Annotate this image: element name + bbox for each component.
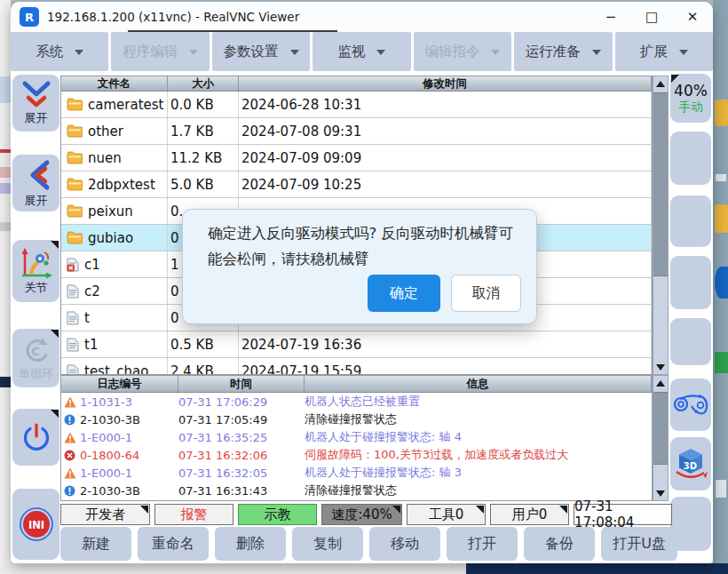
move-button[interactable]: 移动 [369,527,440,561]
log-table-scrollbar[interactable] [653,375,669,501]
menu-item-program-edit[interactable]: 程序编辑 [111,32,209,71]
folder-icon [67,231,83,244]
sidebar-panel[interactable] [670,132,711,185]
scroll-up-button[interactable] [653,76,668,90]
cancel-button[interactable]: 取消 [451,275,521,312]
rename-button[interactable]: 重命名 [138,527,209,561]
desktop-icon-fragment [716,174,726,181]
folder-icon [67,151,83,164]
arrow-up-icon [656,376,665,387]
toolbar-button-ini[interactable]: INI [12,489,59,560]
log-row[interactable]: 0-1800-6407-31 16:32:06伺服故障码：100,关节3过载，加… [61,446,652,464]
menu-item-label: 扩展 [640,43,668,61]
desktop-sliver-right [713,0,728,574]
gamepad-panel[interactable] [670,379,711,431]
speed-mode-panel[interactable]: 40%手动 [670,74,711,123]
status-operator-mode[interactable]: 开发者 [60,504,150,525]
file-row[interactable]: other1.7 KB2024-07-08 09:31 [61,118,652,145]
toolbar-button-power[interactable] [12,409,59,466]
log-row[interactable]: 1-E000-107-31 16:31机器人处于碰撞报警状态: 轴 4 [61,499,652,501]
file-row[interactable]: cameratest0.0 KB2024-06-28 10:31 [61,92,652,118]
desktop-icon-fragment [716,480,726,498]
file-name: nuen [88,150,122,166]
arrow-down-icon [656,364,665,375]
delete-button[interactable]: 删除 [215,527,286,561]
chevron-down-icon [491,50,500,60]
scroll-down-button[interactable] [653,361,668,374]
status-alarm[interactable]: 报警 [154,504,233,525]
file-name-cell: t1 [61,331,168,357]
sidebar-panel[interactable] [670,318,711,365]
open-usb-button[interactable]: 打开U盘 [601,527,677,561]
confirm-dialog: 确定进入反向驱动模式吗? 反向驱动时机械臂可能会松闸，请扶稳机械臂 确定 取消 [182,209,537,324]
menu-item-edit-command[interactable]: 编辑指令 [414,32,511,71]
warning-icon [64,396,76,408]
menu-item-monitor[interactable]: 监视 [313,32,410,71]
scrollbar-thumb[interactable] [653,92,668,276]
log-code: 1-1031-3 [80,395,178,409]
sidebar-panel[interactable] [670,195,711,247]
log-code: 0-1800-64 [80,449,178,462]
menu-item-run-prepare[interactable]: 运行准备 [514,32,612,71]
status-label: 示教 [265,506,291,523]
status-tool[interactable]: 工具0 [407,504,486,525]
speed-value: 40% [674,82,708,100]
file-time-cell: 2024-06-28 10:31 [239,92,652,117]
desktop-icon-fragment [715,267,728,299]
toolbar-button-joint[interactable]: 关节 [12,240,59,302]
log-row[interactable]: 1-E000-107-31 16:35:25机器人处于碰撞报警状态: 轴 4 [61,428,652,446]
scroll-up-button[interactable] [653,376,668,389]
file-row[interactable]: nuen11.2 KB2024-07-09 09:09 [61,145,652,171]
file-column-header: 大小 [168,76,239,91]
menu-item-extend[interactable]: 扩展 [615,32,713,71]
close-button[interactable]: ✕ [672,3,713,32]
cube-3d-panel[interactable]: 3D [670,437,711,490]
file-name-cell: cameratest [61,92,168,117]
svg-text:C: C [31,344,40,357]
window-title: 192.168.1.200 (x11vnc) - RealVNC Viewer [47,10,299,24]
file-name: test_chao [84,363,148,376]
log-message: 机器人处于碰撞报警状态: 轴 3 [305,465,652,481]
status-clock[interactable]: 07-31 17:08:04 [574,504,672,525]
sidebar-panel[interactable] [670,256,711,309]
log-code: 1-E000-1 [80,466,178,480]
menu-item-label: 监视 [337,43,365,61]
maximize-button[interactable]: □ [631,3,672,32]
copy-button[interactable]: 复制 [292,527,363,561]
new-button[interactable]: 新建 [60,527,131,561]
file-name-cell: gubiao [61,225,168,251]
file-table-scrollbar[interactable] [653,76,669,375]
toolbar-button-expand-down[interactable]: 展开 [12,75,59,132]
doc-icon [67,284,79,299]
file-row[interactable]: test_chao2.4 KB2024-07-19 15:59 [61,358,652,375]
dialog-message: 确定进入反向驱动模式吗? 反向驱动时机械臂可能会松闸，请扶稳机械臂 [183,210,536,272]
status-label: 07-31 17:08:04 [574,498,671,530]
log-row[interactable]: 1-1031-307-31 17:06:29机器人状态已经被重置 [61,393,652,411]
file-row[interactable]: t10.5 KB2024-07-19 16:36 [61,331,652,358]
status-label: 用户0 [512,506,548,523]
double-chevron-down-icon [20,80,53,109]
backup-button[interactable]: 备份 [524,527,595,561]
double-chevron-left-icon [21,158,51,192]
log-row[interactable]: 2-1030-3B07-31 17:05:49清除碰撞报警状态 [61,411,652,428]
menu-item-system[interactable]: 系统 [11,32,108,71]
log-row[interactable]: 1-E000-107-31 16:32:05机器人处于碰撞报警状态: 轴 3 [61,464,652,482]
scrollbar-thumb[interactable] [653,392,668,465]
minimize-button[interactable]: − [590,3,631,32]
toolbar-button-expand-left[interactable]: 展开 [12,155,59,211]
status-speed[interactable]: 速度:40% [321,504,402,525]
doc-error-icon [67,258,79,272]
realvnc-logo-icon: R [20,7,39,27]
status-user[interactable]: 用户0 [490,504,569,525]
toolbar-button-single-cycle[interactable]: C单循环 [12,329,59,387]
status-teach[interactable]: 示教 [238,504,317,525]
folder-icon [67,178,83,191]
menu-bar: 系统程序编辑参数设置监视编辑指令运行准备扩展 [11,32,713,71]
open-button[interactable]: 打开 [447,527,518,561]
menu-item-param-settings[interactable]: 参数设置 [212,32,310,71]
file-time-cell: 2024-07-09 10:25 [239,171,652,197]
confirm-button[interactable]: 确定 [368,275,440,312]
log-message: 机器人处于碰撞报警状态: 轴 4 [305,429,652,445]
file-row[interactable]: 2dbpxtest5.0 KB2024-07-09 10:25 [61,171,652,198]
log-row[interactable]: 2-1030-3B07-31 16:31:43清除碰撞报警状态 [61,482,652,499]
